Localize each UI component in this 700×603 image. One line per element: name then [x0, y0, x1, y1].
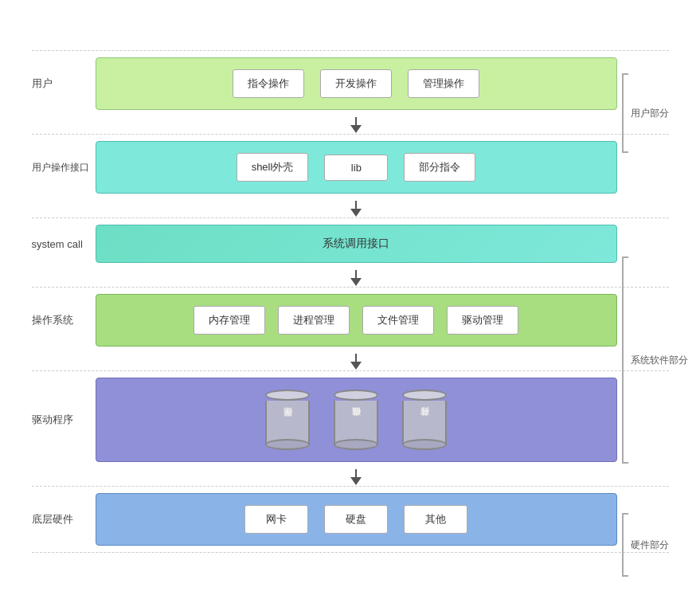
driver-content: 存储平区 存储磁盘: [96, 378, 617, 462]
arrow-5-content: [96, 469, 617, 485]
user-row: 用户 指令操作 开发操作 管理操作: [32, 51, 669, 116]
arrow-head-1: [350, 125, 362, 133]
cyl3-bottom: [402, 439, 447, 450]
hardware-part-line: [622, 513, 628, 577]
user-box-1: 指令操作: [233, 69, 304, 98]
syscall-content: 系统调用接口: [96, 225, 617, 263]
arrow-4-content: [96, 354, 617, 370]
cyl2-body: 存储磁盘: [334, 401, 378, 444]
interface-box-3: 部分指令: [404, 153, 475, 182]
hardware-part-text: 硬件部分: [628, 538, 669, 552]
interface-box-2: lib: [324, 155, 388, 181]
user-part-bracket-inner: 用户部分: [622, 93, 669, 133]
os-label: 操作系统: [32, 313, 96, 327]
interface-box-1: shell外壳: [237, 153, 309, 182]
cylinder-1: 存储平区: [265, 390, 310, 450]
interface-content: shell外壳 lib 部分指令: [96, 141, 617, 194]
os-box-2: 进程管理: [278, 306, 350, 335]
syscall-row: system call 系统调用接口: [32, 218, 669, 269]
hw-bot-h: [622, 575, 628, 577]
arrow-3-content: [96, 270, 617, 286]
user-label: 用户: [32, 76, 96, 91]
hardware-layer: 网卡 硬盘 其他: [96, 493, 617, 546]
arrow-shaft-4: [355, 354, 357, 362]
arrow-1: 用户部分: [32, 116, 669, 134]
cyl3-top: [402, 390, 447, 401]
interface-layer: shell外壳 lib 部分指令: [96, 141, 617, 194]
syscall-label: system call: [32, 238, 96, 250]
cyl1-top: [265, 390, 310, 401]
os-box-1: 内存管理: [194, 306, 265, 335]
arrow-shaft-3: [355, 270, 357, 278]
interface-label: 用户操作接口: [32, 161, 96, 174]
arrow-5: [32, 468, 669, 486]
os-box-3: 文件管理: [362, 306, 434, 335]
cyl3-body: 存储芯片: [402, 401, 447, 444]
arrow-shaft-5: [355, 469, 357, 477]
syscall-layer: 系统调用接口: [96, 225, 617, 263]
divider-bottom: [32, 552, 669, 553]
os-layer: 内存管理 进程管理 文件管理 驱动管理: [96, 294, 617, 347]
arrow-head-4: [350, 362, 362, 370]
hardware-box-3: 其他: [404, 505, 467, 534]
hardware-part-bracket-inner: 硬件部分: [622, 513, 669, 577]
hardware-row: 底层硬件 网卡 硬盘 其他 硬件部分: [32, 487, 669, 552]
arrow-down-2: [350, 201, 362, 217]
cyl2-bottom: [334, 439, 378, 450]
arrow-down-1: [350, 117, 362, 133]
driver-label: 驱动程序: [32, 413, 96, 427]
arrow-3: [32, 269, 669, 287]
hw-v-bar: [622, 515, 624, 575]
cyl2-top: [334, 390, 378, 401]
arrow-head-5: [350, 477, 362, 485]
syscall-text: 系统调用接口: [323, 237, 389, 251]
os-row: 操作系统 内存管理 进程管理 文件管理 驱动管理 系统软件部分: [32, 288, 669, 353]
os-content: 内存管理 进程管理 文件管理 驱动管理: [96, 294, 617, 347]
arrow-2: [32, 200, 669, 217]
interface-row: 用户操作接口 shell外壳 lib 部分指令: [32, 135, 669, 200]
hardware-label: 底层硬件: [32, 512, 96, 527]
driver-layer: 存储平区 存储磁盘: [96, 378, 617, 462]
cyl1-body: 存储平区: [265, 401, 310, 444]
user-content: 指令操作 开发操作 管理操作: [96, 57, 617, 110]
cylinder-3: 存储芯片: [402, 390, 447, 450]
hardware-box-1: 网卡: [244, 505, 308, 534]
cyl1-bottom: [265, 439, 310, 450]
arrow-4: [32, 353, 669, 370]
user-box-2: 开发操作: [320, 69, 392, 98]
user-box-3: 管理操作: [408, 69, 479, 98]
hardware-content: 网卡 硬盘 其他: [96, 493, 617, 546]
cylinder-2: 存储磁盘: [334, 390, 378, 450]
driver-row: 驱动程序 存储平区 存储磁盘: [32, 371, 669, 468]
os-box-4: 驱动管理: [447, 306, 518, 335]
arrow-down-3: [350, 270, 362, 286]
arrow-head-2: [350, 209, 362, 217]
arrow-1-content: [96, 117, 617, 133]
user-layer: 指令操作 开发操作 管理操作: [96, 57, 617, 110]
arrow-shaft-1: [355, 117, 357, 125]
arrow-shaft-2: [355, 201, 357, 209]
arrow-2-content: [96, 201, 617, 217]
hardware-box-2: 硬盘: [324, 505, 388, 534]
user-part-text: 用户部分: [628, 107, 669, 120]
arrow-down-4: [350, 354, 362, 370]
arrow-head-3: [350, 278, 362, 286]
arrow-down-5: [350, 469, 362, 485]
